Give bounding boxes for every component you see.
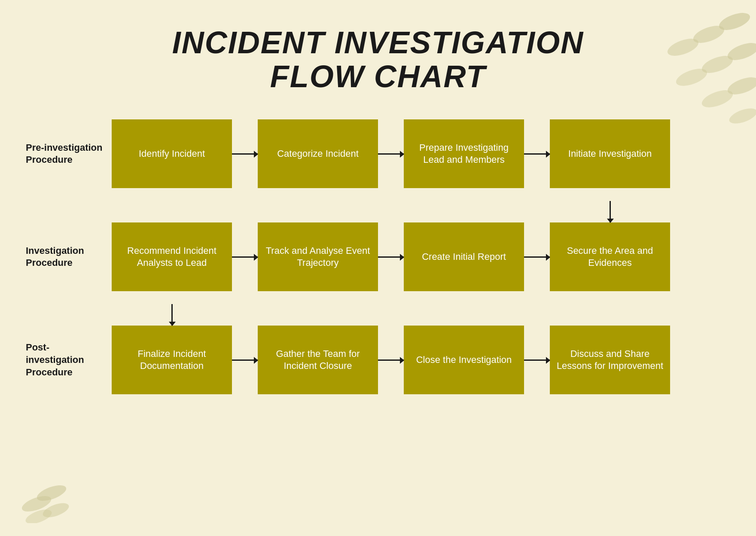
- row-investigation: Investigation Procedure Recommend Incide…: [26, 222, 730, 291]
- svg-point-11: [41, 500, 70, 520]
- v-connector-row1-row2: [610, 201, 611, 222]
- v-gap-spacing-3: [524, 201, 550, 222]
- connector-h-1-1: [232, 153, 258, 155]
- boxes-row-1: Identify Incident Categorize Incident Pr…: [112, 119, 730, 188]
- v-gap-cell-4: [550, 201, 670, 222]
- row-pre-investigation: Pre-investigation Procedure Identify Inc…: [26, 119, 730, 188]
- connector-h-3-2: [378, 359, 404, 361]
- v-gap-spacing-5: [378, 304, 404, 326]
- svg-point-8: [727, 105, 756, 127]
- connector-h-1-2: [378, 153, 404, 155]
- v-gap-spacing-2: [378, 201, 404, 222]
- v-gap-spacing-1: [232, 201, 258, 222]
- box-categorize-incident: Categorize Incident: [258, 119, 378, 188]
- flowchart: Pre-investigation Procedure Identify Inc…: [26, 119, 730, 407]
- v-gap-spacing-4: [232, 304, 258, 326]
- v-gap-boxes-1: [112, 201, 730, 222]
- v-gap-cell-7: [404, 304, 524, 326]
- v-gap-cell-3: [404, 201, 524, 222]
- box-secure-area: Secure the Area and Evidences: [550, 222, 670, 291]
- box-close-investigation: Close the Investigation: [404, 326, 524, 394]
- connector-h-1-3: [524, 153, 550, 155]
- connector-h-3-3: [524, 359, 550, 361]
- box-track-analyse: Track and Analyse Event Trajectory: [258, 222, 378, 291]
- v-gap-2: [26, 304, 730, 326]
- v-gap-cell-8: [550, 304, 670, 326]
- connector-h-2-2: [378, 256, 404, 258]
- boxes-row-3: Finalize Incident Documentation Gather t…: [112, 326, 730, 394]
- page-title: INCIDENT INVESTIGATION FLOW CHART: [26, 26, 730, 94]
- box-prepare-lead: Prepare Investigating Lead and Members: [404, 119, 524, 188]
- box-gather-team: Gather the Team for Incident Closure: [258, 326, 378, 394]
- label-pre-investigation: Pre-investigation Procedure: [26, 142, 112, 166]
- v-gap-spacing-6: [524, 304, 550, 326]
- svg-point-12: [24, 507, 53, 523]
- v-gap-1: [26, 201, 730, 222]
- box-finalize-docs: Finalize Incident Documentation: [112, 326, 232, 394]
- svg-point-10: [20, 493, 53, 515]
- v-gap-cell-2: [258, 201, 378, 222]
- box-discuss-lessons: Discuss and Share Lessons for Improvemen…: [550, 326, 670, 394]
- decoration-bottom-left: [13, 437, 142, 523]
- v-gap-cell-6: [258, 304, 378, 326]
- title-line1: INCIDENT INVESTIGATION: [26, 26, 730, 60]
- label-investigation: Investigation Procedure: [26, 245, 112, 269]
- connector-h-3-1: [232, 359, 258, 361]
- box-identify-incident: Identify Incident: [112, 119, 232, 188]
- title-line2: FLOW CHART: [26, 60, 730, 94]
- box-recommend-analysts: Recommend Incident Analysts to Lead: [112, 222, 232, 291]
- connector-h-2-3: [524, 256, 550, 258]
- boxes-row-2: Recommend Incident Analysts to Lead Trac…: [112, 222, 730, 291]
- title-container: INCIDENT INVESTIGATION FLOW CHART: [26, 17, 730, 94]
- label-post-investigation: Post-investigation Procedure: [26, 341, 112, 378]
- v-gap-cell-1: [112, 201, 232, 222]
- v-connector-row2-row3: [171, 304, 173, 326]
- v-gap-boxes-2: [112, 304, 730, 326]
- box-create-report: Create Initial Report: [404, 222, 524, 291]
- page: INCIDENT INVESTIGATION FLOW CHART Pre-in…: [0, 0, 756, 536]
- v-gap-cell-5: [112, 304, 232, 326]
- box-initiate-investigation: Initiate Investigation: [550, 119, 670, 188]
- row-post-investigation: Post-investigation Procedure Finalize In…: [26, 326, 730, 394]
- connector-h-2-1: [232, 256, 258, 258]
- svg-point-9: [35, 482, 68, 504]
